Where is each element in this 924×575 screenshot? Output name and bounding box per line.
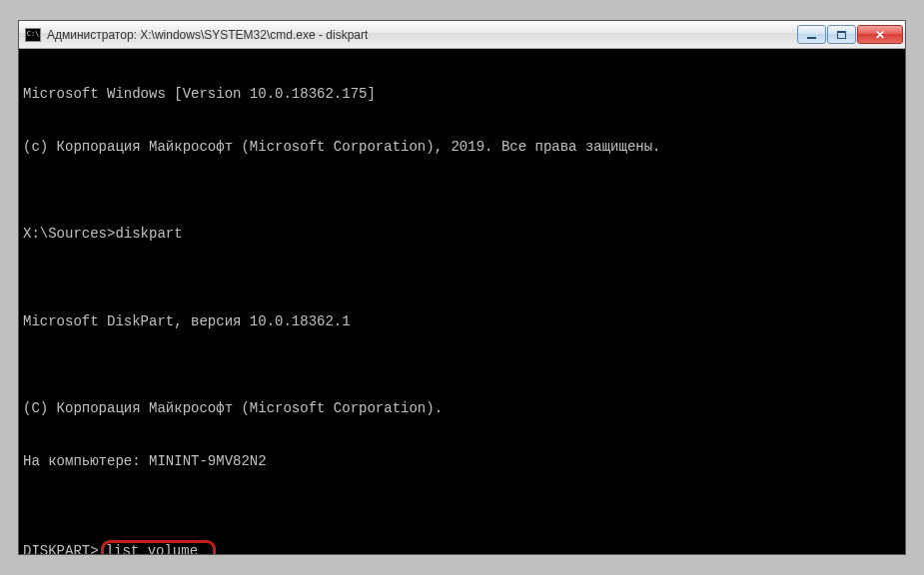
prompt-line: DISKPART> list volume [23,540,901,554]
minimize-button[interactable] [797,25,826,44]
output-line: X:\Sources>diskpart [23,226,901,244]
diskpart-prompt: DISKPART> [23,543,99,554]
terminal-output[interactable]: Microsoft Windows [Version 10.0.18362.17… [19,49,905,554]
output-line: Microsoft Windows [Version 10.0.18362.17… [23,86,901,104]
command-highlight: list volume [101,540,216,554]
maximize-icon [837,31,846,39]
cmd-window: C:\ Администратор: X:\windows\SYSTEM32\c… [18,20,906,555]
window-title: Администратор: X:\windows\SYSTEM32\cmd.e… [47,28,796,42]
cmd-icon-label: C:\ [27,31,40,38]
output-line: (c) Корпорация Майкрософт (Microsoft Cor… [23,139,901,157]
cmd-icon: C:\ [25,28,41,42]
minimize-icon [807,36,816,39]
output-line: Microsoft DiskPart, версия 10.0.18362.1 [23,313,901,331]
close-button[interactable]: ✕ [857,25,903,44]
titlebar[interactable]: C:\ Администратор: X:\windows\SYSTEM32\c… [19,21,905,49]
output-line: На компьютере: MININT-9MV82N2 [23,453,901,471]
window-controls: ✕ [796,25,903,44]
close-icon: ✕ [875,29,885,41]
maximize-button[interactable] [827,25,856,44]
typed-command: list volume [106,543,198,554]
output-line: (C) Корпорация Майкрософт (Microsoft Cor… [23,400,901,418]
